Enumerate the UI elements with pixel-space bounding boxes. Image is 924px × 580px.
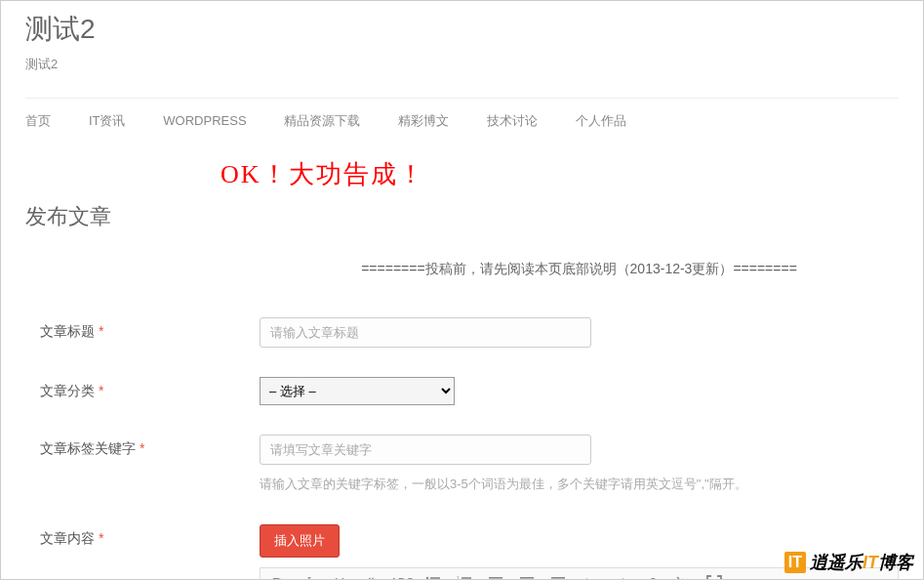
fullscreen-icon[interactable]: [705, 574, 723, 580]
italic-icon[interactable]: I: [300, 574, 317, 580]
redo-icon[interactable]: [612, 574, 629, 580]
nav-discuss[interactable]: 技术讨论: [487, 112, 538, 130]
svg-rect-7: [462, 577, 471, 579]
required-mark: *: [99, 323, 103, 339]
site-title: 测试2: [25, 1, 899, 48]
page-heading: 发布文章: [25, 202, 899, 231]
link-icon[interactable]: [643, 574, 661, 580]
bold-icon[interactable]: B: [268, 574, 286, 580]
footer-logo: IT 逍遥乐IT博客: [784, 551, 913, 574]
logo-it-box: IT: [784, 552, 806, 573]
undo-icon[interactable]: [581, 574, 598, 580]
nav-posts[interactable]: 精彩博文: [398, 112, 449, 130]
content-label: 文章内容 *: [40, 524, 260, 548]
nav-it-news[interactable]: IT资讯: [89, 112, 126, 130]
nav-downloads[interactable]: 精品资源下载: [284, 112, 360, 130]
svg-rect-12: [489, 577, 502, 579]
align-right-icon[interactable]: [549, 574, 567, 580]
svg-rect-16: [520, 577, 534, 579]
align-center-icon[interactable]: [518, 574, 536, 580]
overlay-success-text: OK！大功告成！: [221, 157, 425, 191]
site-subtitle: 测试2: [25, 56, 899, 73]
bullet-list-icon[interactable]: [424, 574, 442, 580]
align-left-icon[interactable]: [487, 574, 504, 580]
nav-wordpress[interactable]: WORDPRESS: [163, 113, 246, 128]
main-nav: 首页 IT资讯 WORDPRESS 精品资源下载 精彩博文 技术讨论 个人作品: [25, 98, 899, 144]
tags-input[interactable]: [260, 435, 591, 465]
quote-icon[interactable]: “: [362, 574, 380, 580]
nav-works[interactable]: 个人作品: [576, 112, 626, 130]
tags-label: 文章标签关键字 *: [40, 435, 260, 458]
required-mark: *: [99, 383, 103, 398]
insert-photo-button[interactable]: 插入照片: [260, 524, 340, 558]
title-input[interactable]: [260, 317, 591, 348]
svg-text:1: 1: [457, 575, 460, 580]
svg-rect-20: [551, 577, 565, 579]
strikethrough-icon[interactable]: ABC: [393, 574, 411, 580]
nav-home[interactable]: 首页: [25, 112, 51, 130]
unlink-icon[interactable]: [674, 574, 692, 580]
numbered-list-icon[interactable]: 123: [456, 574, 473, 580]
category-select[interactable]: – 选择 –: [260, 377, 455, 405]
svg-rect-1: [430, 577, 440, 579]
svg-point-0: [426, 577, 428, 579]
required-mark: *: [140, 440, 144, 456]
title-label: 文章标题 *: [40, 317, 260, 341]
category-label: 文章分类 *: [40, 377, 260, 400]
submission-notice: ========投稿前，请先阅读本页底部说明（2013-12-3更新）=====…: [260, 261, 899, 278]
tags-hint: 请输入文章的关键字标签，一般以3-5个词语为最佳，多个关键字请用英文逗号","隔…: [260, 475, 899, 495]
underline-icon[interactable]: U: [331, 574, 348, 580]
required-mark: *: [99, 530, 103, 546]
svg-line-24: [677, 577, 679, 579]
